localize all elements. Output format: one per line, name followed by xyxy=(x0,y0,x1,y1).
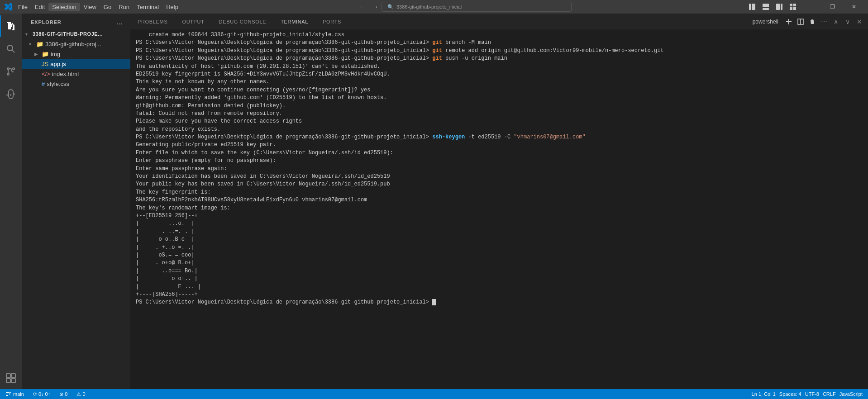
terminal-line: The key's randomart image is: xyxy=(136,204,863,212)
svg-rect-5 xyxy=(781,4,782,10)
terminal-line: Are you sure you want to continue connec… xyxy=(136,86,863,94)
menu-view[interactable]: View xyxy=(80,3,100,11)
terminal-add-button[interactable] xyxy=(784,17,794,27)
menu-selection[interactable]: Selection xyxy=(48,3,80,11)
svg-rect-17 xyxy=(11,374,15,378)
terminal-close-button[interactable]: ✕ xyxy=(854,17,864,27)
menu-terminal[interactable]: Terminal xyxy=(133,3,162,11)
tree-indexhtml[interactable]: </> index.html xyxy=(22,69,130,79)
tree-root-folder[interactable]: ▾ 3386-GIT-GITHUB-PROJE... xyxy=(22,29,130,39)
menu-edit[interactable]: Edit xyxy=(31,3,48,11)
appjs-name: app.js xyxy=(50,61,66,67)
status-branch[interactable]: main xyxy=(4,389,26,399)
status-line-ending[interactable]: CRLF xyxy=(821,389,838,399)
tree-stylecss[interactable]: # style.css xyxy=(22,79,130,89)
tab-terminal[interactable]: TERMINAL xyxy=(273,14,315,30)
svg-rect-4 xyxy=(776,4,780,10)
activity-debug[interactable] xyxy=(0,83,22,105)
layout-sidebar-icon[interactable] xyxy=(746,0,758,13)
nav-forward-button[interactable]: → xyxy=(369,0,382,13)
status-language[interactable]: JavaScript xyxy=(838,389,864,399)
html-file-icon: </> xyxy=(42,71,50,77)
title-bar-left: File Edit Selection View Go Run Terminal… xyxy=(4,2,182,11)
svg-point-22 xyxy=(6,392,7,393)
tab-problems[interactable]: PROBLEMS xyxy=(130,14,175,30)
terminal-line: Enter passphrase (empty for no passphras… xyxy=(136,157,863,165)
svg-point-24 xyxy=(10,392,10,393)
window-restore-button[interactable]: ❐ xyxy=(822,0,843,14)
subfolder-name: 3386-git-github-proj... xyxy=(45,41,101,48)
terminal-line: +----[SHA256]-----+ xyxy=(136,291,863,299)
svg-rect-16 xyxy=(6,374,10,378)
tab-output[interactable]: OUTPUT xyxy=(175,14,211,30)
terminal-line: | E ... | xyxy=(136,283,863,291)
tree-img-folder[interactable]: ▶ 📁 img xyxy=(22,49,130,59)
layout-right-icon[interactable] xyxy=(773,0,786,13)
terminal-content[interactable]: create mode 100644 3386-git-github-proje… xyxy=(130,29,868,389)
content-area: PROBLEMS OUTPUT DEBUG CONSOLE TERMINAL P… xyxy=(130,14,868,389)
img-folder-icon: 📁 xyxy=(42,51,49,57)
activity-source-control[interactable] xyxy=(0,61,22,82)
status-sync[interactable]: ⟳ 0↓ 0↑ xyxy=(31,389,52,399)
nav-back-button[interactable]: ← xyxy=(356,0,369,13)
sidebar: EXPLORER … ▾ 3386-GIT-GITHUB-PROJE... ▾ … xyxy=(22,14,130,389)
command-search-bar[interactable]: 🔍 3386-git-github-projeto_inicial xyxy=(382,2,572,12)
terminal-line: | . o+o@ B.o+| xyxy=(136,259,863,267)
status-line-col[interactable]: Ln 1, Col 1 xyxy=(750,389,777,399)
svg-rect-0 xyxy=(749,4,751,10)
window-close-button[interactable]: ✕ xyxy=(844,0,864,14)
language-text: JavaScript xyxy=(839,391,863,397)
search-icon: 🔍 xyxy=(387,4,394,10)
status-bar: main ⟳ 0↓ 0↑ ⊗ 0 ⚠ 0 Ln 1, Col 1 Spaces:… xyxy=(0,389,868,399)
activity-bar xyxy=(0,14,22,389)
status-warnings[interactable]: ⚠ 0 xyxy=(75,389,87,399)
menu-run[interactable]: Run xyxy=(115,3,133,11)
activity-search[interactable] xyxy=(0,38,22,60)
panel-tabs: PROBLEMS OUTPUT DEBUG CONSOLE TERMINAL P… xyxy=(130,14,868,29)
window-minimize-button[interactable]: ‒ xyxy=(800,0,821,14)
svg-rect-2 xyxy=(763,4,769,7)
tree-arrow-sub: ▾ xyxy=(29,42,36,47)
terminal-trash-button[interactable] xyxy=(807,17,817,27)
terminal-line: git@github.com: Permission denied (publi… xyxy=(136,102,863,110)
status-spaces[interactable]: Spaces: 4 xyxy=(777,389,803,399)
menu-go[interactable]: Go xyxy=(100,3,115,11)
layout-panel-icon[interactable] xyxy=(759,0,772,13)
tree-arrow-img: ▶ xyxy=(34,52,42,57)
main-layout: EXPLORER … ▾ 3386-GIT-GITHUB-PROJE... ▾ … xyxy=(0,14,868,389)
status-encoding[interactable]: UTF-8 xyxy=(803,389,821,399)
warnings-text: ⚠ 0 xyxy=(76,391,85,397)
terminal-split-button[interactable] xyxy=(796,17,806,27)
terminal-line: ED25519 key fingerprint is SHA256:+DiY3w… xyxy=(136,71,863,78)
terminal-more-button[interactable]: ⋯ xyxy=(819,17,829,27)
root-folder-name: 3386-GIT-GITHUB-PROJE... xyxy=(33,31,103,37)
status-right: Ln 1, Col 1 Spaces: 4 UTF-8 CRLF JavaScr… xyxy=(750,389,864,399)
terminal-line: | ...o. | xyxy=(136,220,863,228)
activity-extensions[interactable] xyxy=(0,367,22,389)
status-errors[interactable]: ⊗ 0 xyxy=(57,389,69,399)
panel-tabs-right: powershell ⋯ ∧ ∨ ✕ xyxy=(749,17,868,27)
tree-subfolder[interactable]: ▾ 📁 3386-git-github-proj... xyxy=(22,39,130,49)
sidebar-more-button[interactable]: … xyxy=(115,17,125,27)
sidebar-header-icons: … xyxy=(115,17,125,27)
svg-point-12 xyxy=(7,68,9,70)
indexhtml-name: index.html xyxy=(52,71,79,77)
svg-rect-19 xyxy=(11,379,15,383)
terminal-line: | o o+.. | xyxy=(136,275,863,283)
title-right: ‒ ❐ ✕ xyxy=(746,0,864,14)
terminal-chevron-up-button[interactable]: ∧ xyxy=(831,17,841,27)
layout-grid-icon[interactable] xyxy=(787,0,799,13)
menu-file[interactable]: File xyxy=(14,3,31,11)
terminal-line: Your identification has been saved in C:… xyxy=(136,173,863,180)
folder-icon: 📁 xyxy=(36,41,43,48)
terminal-chevron-down-button[interactable]: ∨ xyxy=(843,17,853,27)
terminal-line: The authenticity of host 'github.com (20… xyxy=(136,63,863,71)
tree-appjs[interactable]: JS app.js xyxy=(22,59,130,69)
tab-ports[interactable]: PORTS xyxy=(315,14,348,30)
svg-point-10 xyxy=(7,45,13,51)
activity-explorer[interactable] xyxy=(0,15,22,37)
tab-debug-console[interactable]: DEBUG CONSOLE xyxy=(212,14,274,30)
terminal-line: | o o..B o | xyxy=(136,236,863,243)
terminal-line: PS C:\Users\Victor Nogueira\Desktop\Lógi… xyxy=(136,39,863,47)
menu-help[interactable]: Help xyxy=(162,3,182,11)
